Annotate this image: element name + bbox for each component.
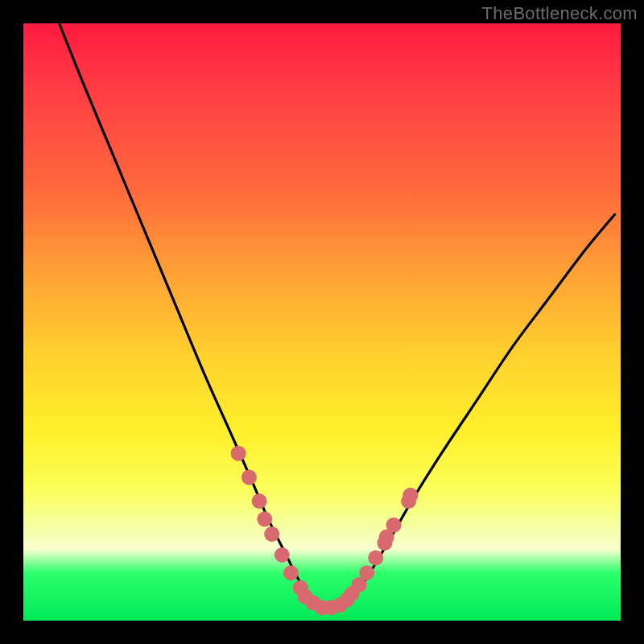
chart-frame: TheBottleneck.com xyxy=(0,0,644,644)
curve-marker xyxy=(275,547,290,563)
plot-area xyxy=(23,23,621,621)
curve-marker xyxy=(283,565,299,580)
curve-markers xyxy=(231,446,419,615)
curve-layer xyxy=(23,23,621,621)
watermark-text: TheBottleneck.com xyxy=(482,3,638,24)
curve-marker xyxy=(257,511,272,526)
curve-marker xyxy=(231,446,246,461)
bottleneck-curve xyxy=(60,23,615,610)
curve-marker xyxy=(386,518,402,533)
curve-marker xyxy=(264,526,279,542)
curve-marker xyxy=(252,493,267,509)
curve-marker xyxy=(402,488,418,503)
curve-marker xyxy=(368,551,383,566)
curve-marker xyxy=(242,469,257,485)
curve-marker xyxy=(359,565,374,580)
